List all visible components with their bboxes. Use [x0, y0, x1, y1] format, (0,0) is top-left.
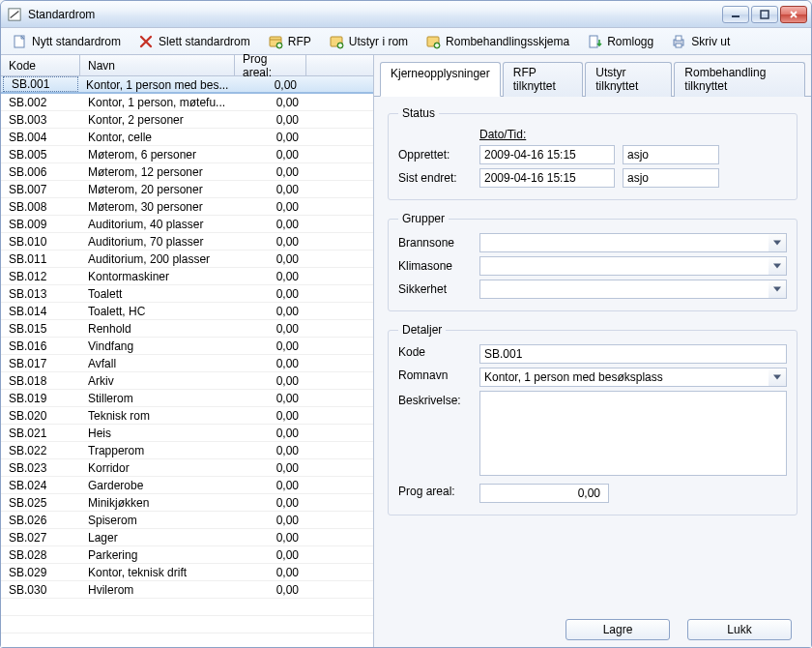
table-row[interactable]: SB.009Auditorium, 40 plasser0,00 — [1, 216, 373, 233]
table-row[interactable]: SB.017Avfall0,00 — [1, 355, 373, 372]
cell-areal: 0,00 — [235, 338, 306, 354]
table-row[interactable]: SB.028Parkering0,00 — [1, 546, 373, 564]
tab-treat[interactable]: Rombehandling tilknyttet — [674, 62, 805, 97]
cell-areal: 0,00 — [235, 320, 306, 337]
table-row[interactable]: SB.001Kontor, 1 person med bes...0,00 — [1, 76, 373, 94]
cell-navn: Trapperom — [80, 442, 235, 458]
cell-navn: Kontor, 2 personer — [80, 111, 235, 128]
rfp-icon — [268, 34, 283, 49]
cell-kode: SB.010 — [1, 233, 80, 250]
table-row[interactable]: SB.014Toalett, HC0,00 — [1, 303, 373, 320]
toolbar-equip-label: Utstyr i rom — [349, 35, 408, 48]
cell-areal: 0,00 — [235, 477, 306, 493]
cell-kode: SB.015 — [1, 320, 80, 337]
cell-kode: SB.021 — [1, 425, 80, 441]
app-icon — [7, 7, 22, 22]
col-header-kode[interactable]: Kode — [1, 55, 80, 75]
toolbar-treat-button[interactable]: Rombehandlingsskjema — [419, 30, 576, 53]
combo-romnavn[interactable] — [479, 368, 787, 387]
window-close-button[interactable] — [780, 6, 807, 23]
window-minimize-button[interactable] — [722, 6, 749, 23]
svg-rect-2 — [761, 11, 768, 18]
table-row[interactable]: SB.027Lager0,00 — [1, 529, 373, 546]
cell-kode: SB.027 — [1, 529, 80, 545]
table-row[interactable]: SB.022Trapperom0,00 — [1, 442, 373, 459]
table-row[interactable]: SB.023Korridor0,00 — [1, 459, 373, 477]
cell-navn: Auditorium, 40 plasser — [80, 216, 235, 232]
table-row[interactable]: SB.016Vindfang0,00 — [1, 338, 373, 355]
tab-rfp[interactable]: RFP tilknyttet — [503, 62, 584, 97]
toolbar-log-label: Romlogg — [607, 35, 653, 48]
grid-body[interactable]: SB.001Kontor, 1 person med bes...0,00SB.… — [1, 76, 373, 647]
combo-sikkerhet[interactable] — [479, 280, 787, 299]
table-row[interactable]: SB.024Garderobe0,00 — [1, 477, 373, 494]
group-details: Detaljer Kode Romnavn Beskrivelse: P — [388, 323, 798, 515]
toolbar-rfp-button[interactable]: RFP — [261, 30, 318, 53]
table-row[interactable]: SB.002Kontor, 1 person, møtefu...0,00 — [1, 94, 373, 111]
equip-icon — [329, 34, 344, 49]
table-row[interactable]: SB.010Auditorium, 70 plasser0,00 — [1, 233, 373, 250]
cell-areal: 0,00 — [235, 303, 306, 319]
textarea-beskrivelse[interactable] — [479, 391, 787, 476]
input-modified-date[interactable] — [479, 168, 615, 188]
table-row[interactable]: SB.012Kontormaskiner0,00 — [1, 268, 373, 285]
table-row[interactable]: SB.005Møterom, 6 personer0,00 — [1, 146, 373, 163]
input-modified-user[interactable] — [623, 168, 719, 188]
table-row[interactable]: SB.026Spiserom0,00 — [1, 512, 373, 529]
combo-klimasone[interactable] — [479, 256, 787, 276]
combo-brannsone[interactable] — [479, 233, 787, 252]
col-header-navn[interactable]: Navn — [80, 55, 235, 75]
input-created-date[interactable] — [479, 145, 615, 164]
close-button[interactable]: Lukk — [687, 619, 792, 640]
toolbar-new-button[interactable]: Nytt standardrom — [5, 30, 128, 53]
cell-kode: SB.023 — [1, 459, 80, 476]
window-root: Standardrom Nytt standardromSlett standa… — [0, 0, 812, 648]
table-row[interactable]: SB.020Teknisk rom0,00 — [1, 407, 373, 425]
toolbar-print-label: Skriv ut — [691, 35, 730, 48]
input-created-user[interactable] — [623, 145, 719, 164]
cell-navn: Toalett — [80, 285, 235, 302]
cell-areal: 0,00 — [235, 546, 306, 563]
cell-navn: Hvilerom — [80, 581, 235, 598]
toolbar-delete-label: Slett standardrom — [159, 35, 250, 48]
cell-areal: 0,00 — [235, 94, 306, 110]
titlebar[interactable]: Standardrom — [1, 1, 811, 28]
cell-areal: 0,00 — [235, 129, 306, 145]
table-row[interactable]: SB.029Kontor, teknisk drift0,00 — [1, 564, 373, 581]
legend-status: Status — [398, 106, 439, 120]
cell-areal: 0,00 — [235, 442, 306, 458]
table-row[interactable]: SB.007Møterom, 20 personer0,00 — [1, 181, 373, 198]
cell-navn: Parkering — [80, 546, 235, 563]
table-row[interactable]: SB.030Hvilerom0,00 — [1, 581, 373, 599]
tab-strip: KjerneopplysningerRFP tilknyttetUtstyr t… — [374, 55, 811, 97]
table-row[interactable]: SB.015Renhold0,00 — [1, 320, 373, 338]
table-row[interactable]: SB.013Toalett0,00 — [1, 285, 373, 303]
toolbar-print-button[interactable]: Skriv ut — [664, 30, 737, 53]
svg-rect-1 — [732, 15, 740, 17]
cell-navn: Møterom, 12 personer — [80, 163, 235, 180]
cell-navn: Stillerom — [80, 390, 235, 406]
table-row[interactable]: SB.018Arkiv0,00 — [1, 372, 373, 390]
cell-navn: Kontormaskiner — [80, 268, 235, 284]
table-row[interactable]: SB.006Møterom, 12 personer0,00 — [1, 163, 373, 181]
table-row[interactable]: SB.003Kontor, 2 personer0,00 — [1, 111, 373, 129]
toolbar-equip-button[interactable]: Utstyr i rom — [322, 30, 415, 53]
table-row[interactable]: SB.004Kontor, celle0,00 — [1, 129, 373, 146]
input-prog-areal[interactable] — [479, 484, 609, 503]
table-row[interactable]: SB.025Minikjøkken0,00 — [1, 494, 373, 512]
svg-rect-13 — [676, 44, 682, 47]
tab-core[interactable]: Kjerneopplysninger — [380, 62, 501, 97]
toolbar-log-button[interactable]: Romlogg — [580, 30, 660, 53]
input-kode[interactable] — [479, 344, 787, 364]
table-row[interactable]: SB.021Heis0,00 — [1, 425, 373, 442]
table-row[interactable]: SB.019Stillerom0,00 — [1, 390, 373, 407]
col-header-areal[interactable]: Prog areal: — [235, 55, 306, 75]
table-row[interactable]: SB.008Møterom, 30 personer0,00 — [1, 198, 373, 216]
toolbar-delete-button[interactable]: Slett standardrom — [131, 30, 257, 53]
window-maximize-button[interactable] — [751, 6, 778, 23]
table-row[interactable]: SB.011Auditorium, 200 plasser0,00 — [1, 250, 373, 268]
tab-equip[interactable]: Utstyr tilknyttet — [585, 62, 672, 97]
cell-areal: 0,00 — [235, 372, 306, 389]
cell-kode: SB.022 — [1, 442, 80, 458]
save-button[interactable]: Lagre — [566, 619, 670, 640]
